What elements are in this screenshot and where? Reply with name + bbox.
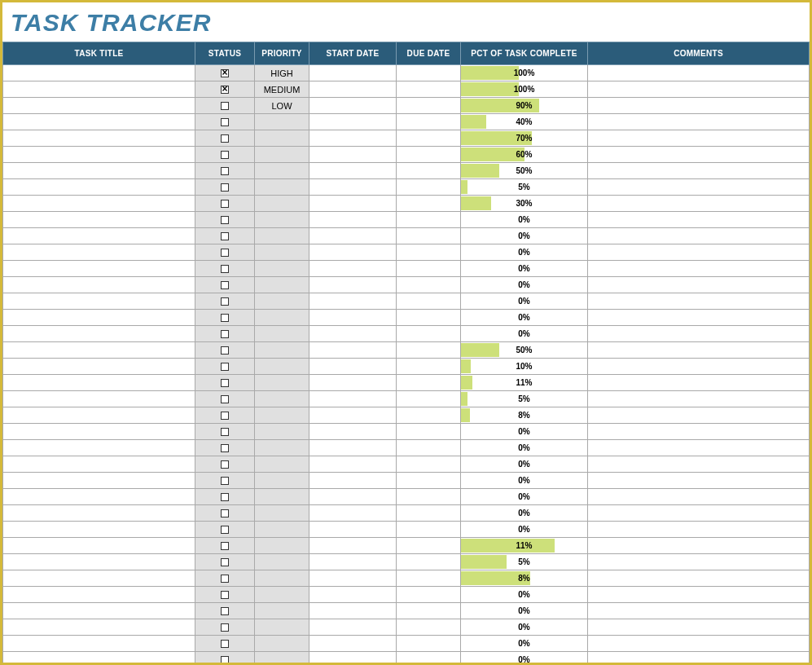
cell-start-date[interactable] [309, 114, 397, 130]
status-checkbox[interactable] [221, 558, 229, 566]
cell-priority[interactable] [255, 147, 309, 163]
cell-priority[interactable] [255, 538, 309, 554]
cell-priority[interactable] [255, 652, 309, 666]
status-checkbox[interactable] [221, 216, 229, 224]
cell-comments[interactable] [588, 261, 810, 277]
cell-start-date[interactable] [309, 587, 397, 603]
cell-start-date[interactable] [309, 359, 397, 375]
cell-comments[interactable] [588, 342, 810, 359]
cell-due-date[interactable] [397, 505, 461, 522]
cell-status[interactable] [195, 522, 255, 538]
cell-start-date[interactable] [309, 391, 397, 407]
status-checkbox[interactable] [221, 575, 229, 583]
cell-task-title[interactable] [3, 522, 195, 538]
cell-comments[interactable] [588, 196, 810, 212]
cell-priority[interactable] [255, 456, 309, 473]
cell-status[interactable] [195, 212, 255, 228]
cell-task-title[interactable] [3, 261, 195, 277]
cell-status[interactable] [195, 538, 255, 554]
cell-priority[interactable] [255, 570, 309, 587]
cell-due-date[interactable] [397, 261, 461, 277]
cell-priority[interactable] [255, 636, 309, 652]
cell-due-date[interactable] [397, 65, 461, 81]
cell-pct-complete[interactable]: 0% [461, 652, 588, 666]
cell-comments[interactable] [588, 619, 810, 636]
cell-status[interactable] [195, 342, 255, 359]
cell-pct-complete[interactable]: 0% [461, 424, 588, 440]
cell-due-date[interactable] [397, 652, 461, 666]
cell-priority[interactable] [255, 375, 309, 391]
cell-due-date[interactable] [397, 587, 461, 603]
cell-task-title[interactable] [3, 587, 195, 603]
cell-comments[interactable] [588, 636, 810, 652]
cell-start-date[interactable] [309, 65, 397, 81]
status-checkbox[interactable] [221, 395, 229, 403]
cell-task-title[interactable] [3, 163, 195, 179]
status-checkbox[interactable] [221, 346, 229, 355]
cell-due-date[interactable] [397, 424, 461, 440]
cell-start-date[interactable] [309, 619, 397, 636]
cell-task-title[interactable] [3, 212, 195, 228]
cell-due-date[interactable] [397, 228, 461, 244]
cell-task-title[interactable] [3, 147, 195, 163]
status-checkbox[interactable] [221, 623, 229, 632]
cell-priority[interactable] [255, 293, 309, 310]
cell-start-date[interactable] [309, 326, 397, 342]
cell-comments[interactable] [588, 587, 810, 603]
cell-start-date[interactable] [309, 538, 397, 554]
cell-pct-complete[interactable]: 0% [461, 636, 588, 652]
cell-due-date[interactable] [397, 342, 461, 359]
cell-status[interactable] [195, 375, 255, 391]
cell-start-date[interactable] [309, 228, 397, 244]
cell-pct-complete[interactable]: 0% [461, 212, 588, 228]
cell-task-title[interactable] [3, 114, 195, 130]
status-checkbox[interactable] [221, 151, 229, 159]
cell-start-date[interactable] [309, 473, 397, 489]
cell-task-title[interactable] [3, 277, 195, 293]
cell-comments[interactable] [588, 293, 810, 310]
cell-task-title[interactable] [3, 619, 195, 636]
cell-status[interactable] [195, 244, 255, 261]
cell-due-date[interactable] [397, 81, 461, 98]
status-checkbox[interactable] [221, 591, 229, 599]
cell-task-title[interactable] [3, 228, 195, 244]
cell-comments[interactable] [588, 65, 810, 81]
cell-status[interactable] [195, 424, 255, 440]
cell-priority[interactable] [255, 326, 309, 342]
cell-due-date[interactable] [397, 619, 461, 636]
status-checkbox[interactable] [221, 297, 229, 306]
cell-comments[interactable] [588, 130, 810, 147]
cell-comments[interactable] [588, 163, 810, 179]
cell-comments[interactable] [588, 505, 810, 522]
cell-start-date[interactable] [309, 424, 397, 440]
cell-pct-complete[interactable]: 0% [461, 456, 588, 473]
cell-comments[interactable] [588, 359, 810, 375]
cell-start-date[interactable] [309, 505, 397, 522]
cell-task-title[interactable] [3, 98, 195, 114]
cell-status[interactable] [195, 147, 255, 163]
cell-pct-complete[interactable]: 0% [461, 473, 588, 489]
status-checkbox[interactable] [221, 640, 229, 648]
cell-due-date[interactable] [397, 538, 461, 554]
cell-status[interactable] [195, 293, 255, 310]
status-checkbox[interactable] [221, 118, 229, 126]
cell-pct-complete[interactable]: 100% [461, 81, 588, 98]
cell-task-title[interactable] [3, 554, 195, 570]
cell-start-date[interactable] [309, 375, 397, 391]
cell-pct-complete[interactable]: 0% [461, 277, 588, 293]
cell-start-date[interactable] [309, 277, 397, 293]
cell-priority[interactable] [255, 244, 309, 261]
cell-task-title[interactable] [3, 652, 195, 666]
cell-status[interactable] [195, 359, 255, 375]
cell-pct-complete[interactable]: 0% [461, 603, 588, 619]
cell-priority[interactable] [255, 359, 309, 375]
cell-status[interactable] [195, 456, 255, 473]
status-checkbox[interactable] [221, 444, 229, 452]
cell-start-date[interactable] [309, 342, 397, 359]
cell-pct-complete[interactable]: 0% [461, 261, 588, 277]
cell-status[interactable] [195, 619, 255, 636]
status-checkbox[interactable] [221, 69, 229, 77]
cell-pct-complete[interactable]: 40% [461, 114, 588, 130]
cell-pct-complete[interactable]: 0% [461, 440, 588, 456]
status-checkbox[interactable] [221, 656, 229, 664]
